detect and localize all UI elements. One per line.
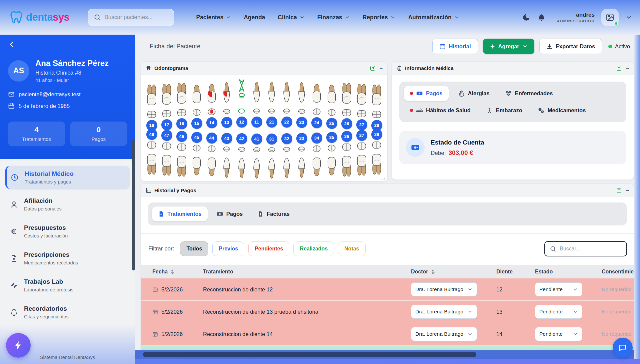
panel-minimize-icon[interactable]: – <box>626 67 629 70</box>
tooth-43[interactable]: 43 <box>219 133 234 182</box>
horizontal-scrollbar-thumb[interactable] <box>143 352 476 357</box>
column-header-doctor[interactable]: Doctor <box>411 269 496 275</box>
doctor-select[interactable]: Dra. Lorena Buitrago <box>411 327 477 341</box>
table-search[interactable] <box>544 241 627 256</box>
tooth-17[interactable]: 17 <box>159 79 174 130</box>
tooth-21[interactable]: 21 <box>264 76 279 128</box>
tooth-number-badge[interactable]: 34 <box>311 133 322 144</box>
panel-popout-icon[interactable] <box>370 66 375 71</box>
panel-minimize-icon[interactable]: – <box>380 67 383 70</box>
tooth-47[interactable]: 47 <box>159 130 174 181</box>
tooth-number-badge[interactable]: 43 <box>221 133 232 144</box>
nav-item-agenda[interactable]: Agenda <box>244 14 265 21</box>
patient-search[interactable] <box>88 9 174 26</box>
tooth-42[interactable]: 42 <box>234 133 249 182</box>
panel-popout-icon[interactable] <box>617 66 621 71</box>
tooth-number-badge[interactable]: 47 <box>161 130 172 141</box>
tooth-number-badge[interactable]: 16 <box>176 118 187 129</box>
agregar-button[interactable]: Agregar <box>483 39 534 54</box>
tooth-16[interactable]: 16 <box>174 78 189 129</box>
sort-icon[interactable] <box>431 269 435 274</box>
nav-item-automatizacin[interactable]: Automatización <box>408 14 459 21</box>
table-search-input[interactable] <box>560 246 613 252</box>
sidebar-item-recordatorios[interactable]: Recordatorios Citas y seguimientos <box>5 301 130 324</box>
status-select[interactable]: Pendiente <box>535 327 582 341</box>
exportar-datos-button[interactable]: Exportar Datos <box>539 39 602 54</box>
tooth-number-badge[interactable]: 33 <box>296 133 307 144</box>
tooth-22[interactable]: 22 <box>279 76 294 128</box>
tooth-number-badge[interactable]: 35 <box>326 132 337 143</box>
tooth-26[interactable]: 26 <box>339 78 354 129</box>
vertical-scrollbar[interactable] <box>634 35 640 364</box>
tab-medicamentos[interactable]: Medicamentos <box>532 103 592 118</box>
status-select[interactable]: Pendiente <box>535 305 582 319</box>
resize-handle-icon[interactable] <box>380 175 385 180</box>
column-header-fecha[interactable]: Fecha <box>141 269 203 275</box>
tooth-number-badge[interactable]: 31 <box>266 134 277 145</box>
tooth-number-badge[interactable]: 27 <box>356 119 367 130</box>
panel-popout-icon[interactable] <box>617 188 621 193</box>
nav-item-reportes[interactable]: Reportes <box>363 14 396 21</box>
tooth-46[interactable]: 46 <box>174 131 189 182</box>
tooth-28[interactable]: 28 <box>369 80 384 131</box>
tooth-34[interactable]: 34 <box>309 133 324 182</box>
nav-item-pacientes[interactable]: Pacientes <box>196 14 231 21</box>
tooth-number-badge[interactable]: 24 <box>311 117 322 128</box>
tooth-12[interactable]: 12 <box>234 76 249 128</box>
tooth-number-badge[interactable]: 17 <box>161 119 172 130</box>
tooth-25[interactable]: 25 <box>324 78 339 129</box>
tooth-35[interactable]: 35 <box>324 132 339 182</box>
tooth-number-badge[interactable]: 48 <box>146 129 157 140</box>
tooth-44[interactable]: 44 <box>204 133 219 182</box>
tooth-18[interactable]: 18 <box>144 80 159 131</box>
sidebar-item-trabajos-lab[interactable]: Trabajos Lab Laboratorio de prótesis <box>5 274 130 297</box>
tooth-number-badge[interactable]: 32 <box>281 133 292 144</box>
tooth-number-badge[interactable]: 11 <box>251 117 262 128</box>
sidebar-item-presupuestos[interactable]: Presupuestos Costos y facturación <box>5 220 130 243</box>
sidebar-item-prescripciones[interactable]: Prescripciones Medicamentos recetados <box>5 247 130 270</box>
user-menu-chevron-icon[interactable] <box>625 14 632 21</box>
tooth-number-badge[interactable]: 45 <box>191 132 202 143</box>
tooth-number-badge[interactable]: 15 <box>191 118 202 129</box>
tooth-36[interactable]: 36 <box>339 131 354 182</box>
tooth-number-badge[interactable]: 26 <box>341 118 352 129</box>
tooth-number-badge[interactable]: 46 <box>176 131 187 142</box>
tooth-number-badge[interactable]: 13 <box>221 117 232 128</box>
tab-enfermedades[interactable]: Enfermedades <box>499 86 559 101</box>
quick-actions-fab[interactable] <box>6 333 31 358</box>
tooth-number-badge[interactable]: 37 <box>356 130 367 141</box>
nav-item-clnica[interactable]: Clínica <box>278 14 304 21</box>
tab-h-bitos-de-salud[interactable]: Hábitos de Salud <box>404 103 477 118</box>
tooth-24[interactable]: 24 <box>309 77 324 128</box>
notifications-bell-icon[interactable] <box>537 13 546 22</box>
tooth-13[interactable]: 13 <box>219 77 234 128</box>
tab-pagos[interactable]: Pagos <box>404 86 449 101</box>
tooth-number-badge[interactable]: 23 <box>296 117 307 128</box>
tooth-15[interactable]: 15 <box>189 78 204 129</box>
tooth-32[interactable]: 32 <box>279 133 294 182</box>
filter-chip-pendientes[interactable]: Pendientes <box>248 241 289 256</box>
filter-chip-todos[interactable]: Todos <box>180 241 208 256</box>
filter-chip-previos[interactable]: Previos <box>212 241 244 256</box>
doctor-select[interactable]: Dra. Lorena Buitrago <box>411 282 477 296</box>
sidebar-item-historial-m-dico[interactable]: Historial Médico Tratamientos y pagos <box>5 166 130 189</box>
sidebar-item-afiliaci-n[interactable]: Afiliación Datos personales <box>5 193 130 216</box>
tooth-38[interactable]: 38 <box>369 129 384 180</box>
filter-chip-realizados[interactable]: Realizados <box>293 241 334 256</box>
tooth-number-badge[interactable]: 41 <box>251 134 262 145</box>
user-avatar[interactable] <box>601 9 619 26</box>
horizontal-scrollbar[interactable] <box>135 350 634 359</box>
tab-tratamientos[interactable]: Tratamientos <box>152 206 208 221</box>
chat-fab[interactable] <box>613 338 633 358</box>
back-chevron-icon[interactable] <box>8 39 18 49</box>
nav-item-finanzas[interactable]: Finanzas <box>317 14 350 21</box>
tooth-number-badge[interactable]: 25 <box>326 118 337 129</box>
tooth-37[interactable]: 37 <box>354 130 369 181</box>
tooth-number-badge[interactable]: 21 <box>266 117 277 128</box>
tooth-number-badge[interactable]: 42 <box>236 133 247 144</box>
status-select[interactable]: Pendiente <box>535 282 582 296</box>
sidebar-scrollbar-thumb[interactable] <box>132 140 135 270</box>
panel-minimize-icon[interactable]: – <box>626 189 629 192</box>
tooth-number-badge[interactable]: 44 <box>206 133 217 144</box>
historial-button[interactable]: Historial <box>432 39 478 54</box>
